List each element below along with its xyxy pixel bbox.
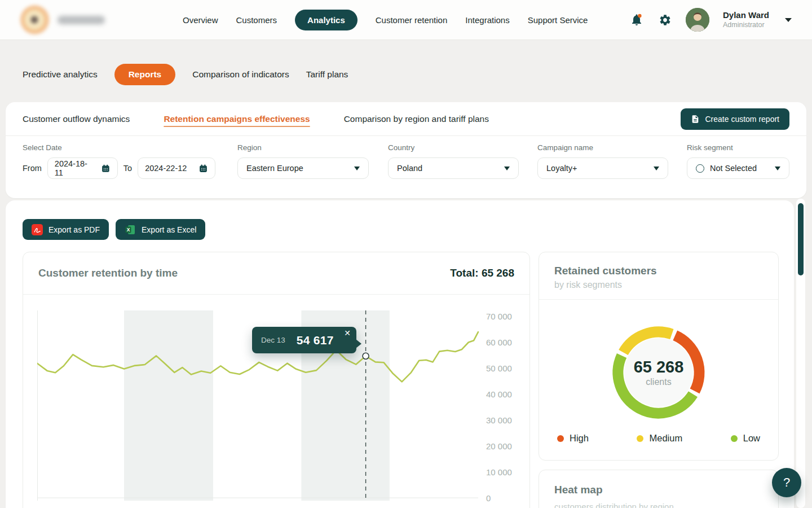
calendar-icon: [198, 164, 208, 173]
logo-icon: [20, 5, 50, 34]
retained-customers-card: Retained customers by risk segments 65 2…: [539, 252, 779, 461]
logo-text-blurred: [58, 16, 105, 24]
nav-item-analytics[interactable]: Analytics: [295, 10, 358, 30]
donut-chart: 65 268 clients: [608, 322, 709, 423]
country-select[interactable]: Poland: [388, 157, 519, 179]
chevron-down-icon: [654, 167, 659, 170]
top-navbar: Overview Customers Analytics Customer re…: [0, 0, 812, 40]
export-pdf-button[interactable]: Export as PDF: [23, 219, 109, 240]
filter-region: Region Eastern Europe: [237, 143, 369, 179]
y-axis-tick: 60 000: [486, 338, 512, 347]
chevron-down-icon: [504, 167, 510, 170]
chart-tooltip: Dec 13 54 617 ✕: [252, 327, 356, 353]
notifications-bell-icon[interactable]: [629, 12, 644, 27]
header-actions: Dylan Ward Administrator: [629, 8, 792, 32]
help-button[interactable]: ?: [772, 468, 801, 497]
create-custom-report-button[interactable]: Create custom report: [681, 108, 790, 130]
y-axis-tick: 50 000: [486, 364, 512, 373]
y-axis-tick: 10 000: [486, 467, 512, 477]
legend-label: High: [570, 433, 589, 444]
tooltip-close-icon[interactable]: ✕: [344, 329, 351, 337]
line-chart-plot: 70 00060 00050 00040 00030 00020 00010 0…: [37, 310, 528, 502]
export-buttons: Export as PDF X Export as Excel: [23, 219, 205, 240]
report-tab-comparison-by-region[interactable]: Comparison by region and tariff plans: [344, 114, 489, 124]
chart-total: Total: 65 268: [450, 267, 514, 279]
tooltip-value: 54 617: [297, 334, 334, 347]
tab-comparison-of-indicators[interactable]: Comparison of indicators: [192, 69, 289, 80]
nav-item-integrations[interactable]: Integrations: [465, 10, 509, 30]
to-label: To: [123, 164, 132, 173]
filter-risk-label: Risk segment: [687, 143, 789, 152]
chart-band: [124, 310, 213, 501]
legend-dot: [637, 435, 643, 442]
retained-subtitle: by risk segments: [554, 280, 763, 290]
filter-date-label: Select Date: [23, 143, 215, 152]
filter-date: Select Date From 2024-18-11 To: [23, 143, 215, 179]
tab-tariff-plans[interactable]: Tariff plans: [306, 69, 348, 80]
legend-item-medium: Medium: [637, 433, 682, 444]
reports-panel: Customer outflow dynamics Retention camp…: [6, 102, 806, 198]
report-tab-customer-outflow-dynamics[interactable]: Customer outflow dynamics: [23, 114, 130, 124]
filter-country-label: Country: [388, 143, 519, 152]
main-nav: Overview Customers Analytics Customer re…: [183, 10, 588, 30]
from-label: From: [23, 164, 42, 173]
campaign-value: Loyalty+: [546, 164, 577, 173]
country-value: Poland: [397, 164, 422, 173]
legend-dot: [557, 435, 564, 442]
user-avatar[interactable]: [686, 8, 709, 32]
user-menu[interactable]: Dylan Ward Administrator: [723, 10, 769, 29]
tooltip-date: Dec 13: [261, 336, 285, 344]
date-from-value: 2024-18-11: [55, 159, 95, 177]
tab-predictive-analytics[interactable]: Predictive analytics: [23, 69, 98, 80]
campaign-select[interactable]: Loyalty+: [537, 157, 668, 179]
nav-item-support-service[interactable]: Support Service: [528, 10, 588, 30]
create-custom-report-label: Create custom report: [705, 115, 780, 124]
legend-dot: [731, 435, 738, 442]
scrollbar-thumb[interactable]: [798, 203, 804, 275]
nav-item-overview[interactable]: Overview: [183, 10, 218, 30]
tab-reports[interactable]: Reports: [114, 64, 176, 85]
settings-gear-icon[interactable]: [657, 12, 672, 27]
y-axis-tick: 30 000: [486, 415, 512, 425]
filter-campaign-label: Campaign name: [537, 143, 668, 152]
date-to-input[interactable]: 2024-22-12: [138, 157, 215, 179]
export-excel-label: Export as Excel: [142, 225, 196, 234]
chart-title: Customer retention by time: [38, 267, 178, 279]
nav-item-customer-retention[interactable]: Customer retention: [376, 10, 448, 30]
donut-svg: [608, 322, 709, 423]
region-value: Eastern Europe: [246, 164, 303, 173]
y-axis-tick: 40 000: [486, 389, 512, 399]
heat-map-card: Heat map customers distribution by regio…: [539, 470, 779, 508]
filter-region-label: Region: [237, 143, 369, 152]
region-select[interactable]: Eastern Europe: [237, 157, 369, 179]
y-axis-tick: 70 000: [486, 312, 512, 321]
logo[interactable]: [20, 5, 145, 34]
y-axis-tick: 20 000: [486, 441, 512, 451]
filter-campaign: Campaign name Loyalty+: [537, 143, 668, 179]
export-excel-button[interactable]: X Export as Excel: [116, 219, 205, 240]
chevron-down-icon: [775, 167, 780, 170]
risk-legend: HighMediumLow: [539, 433, 778, 444]
retention-by-time-card: Customer retention by time Total: 65 268…: [23, 252, 530, 508]
svg-text:X: X: [127, 227, 130, 233]
export-pdf-label: Export as PDF: [48, 225, 100, 234]
user-menu-chevron-down-icon[interactable]: [785, 18, 792, 22]
radio-circle-icon: [696, 164, 704, 173]
selected-point-marker[interactable]: [363, 353, 369, 359]
report-content-card: Export as PDF X Export as Excel Customer…: [6, 200, 794, 508]
date-from-input[interactable]: 2024-18-11: [47, 157, 118, 179]
nav-item-customers[interactable]: Customers: [236, 10, 277, 30]
legend-item-low: Low: [731, 433, 760, 444]
heat-map-subtitle: customers distribution by region: [539, 496, 778, 508]
report-tab-retention-campaigns-effectiveness[interactable]: Retention campaigns effectiveness: [164, 114, 310, 124]
calendar-icon: [101, 164, 111, 173]
page: Overview Customers Analytics Customer re…: [0, 0, 812, 508]
report-tabs: Customer outflow dynamics Retention camp…: [6, 102, 806, 136]
help-label: ?: [783, 475, 790, 490]
excel-icon: X: [125, 224, 136, 235]
document-icon: [691, 115, 700, 124]
analytics-subtabs: Predictive analytics Reports Comparison …: [23, 62, 348, 86]
retained-title: Retained customers: [554, 265, 763, 277]
risk-segment-select[interactable]: Not Selected: [687, 157, 789, 179]
user-name: Dylan Ward: [723, 10, 769, 21]
